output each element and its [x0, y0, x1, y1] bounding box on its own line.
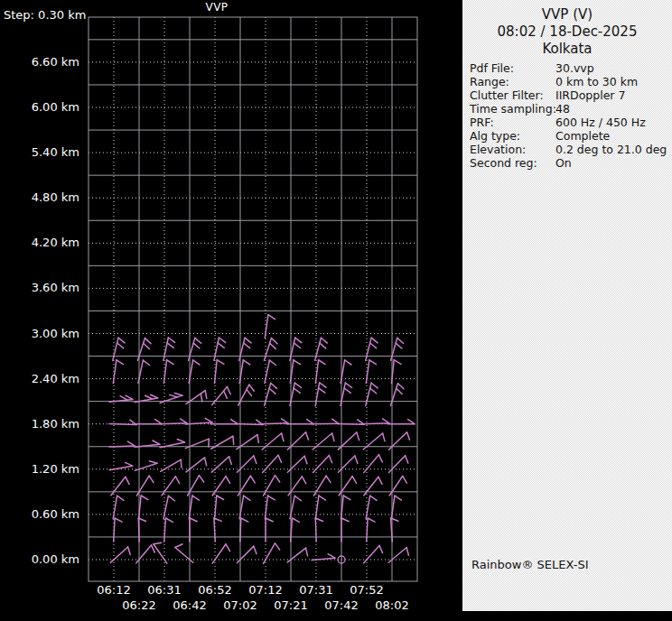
wind-barb-feather: [403, 476, 407, 483]
wind-barb-feather: [282, 433, 284, 441]
wind-barb-feather: [175, 477, 179, 484]
wind-barb-shaft: [109, 424, 136, 425]
x-axis-label: 07:42: [324, 598, 358, 612]
wind-barb-shaft: [388, 548, 406, 563]
wind-barb-feather: [144, 343, 150, 348]
wind-barb-feather: [306, 432, 309, 440]
wind-barb-feather: [128, 547, 131, 555]
wind-barb-feather: [319, 360, 326, 365]
wind-barb-feather: [205, 391, 207, 399]
parameter-value: 30.vvp: [555, 61, 594, 75]
info-panel: VVP (V) 08:02 / 18-Dec-2025 Kolkata Pdf …: [462, 0, 672, 611]
wind-barb-feather: [141, 496, 148, 500]
wind-barb-feather: [224, 391, 228, 398]
wind-barb-shaft: [111, 477, 126, 495]
wind-barb-shaft: [175, 548, 193, 563]
wind-barb-feather: [145, 338, 151, 344]
wind-barb-shaft: [312, 423, 339, 424]
wind-barb-shaft: [237, 456, 253, 472]
wind-barb-feather: [117, 360, 124, 365]
wind-barb-shaft: [212, 477, 226, 496]
parameter-row: Range:0 km to 30 km: [462, 75, 672, 88]
wind-barb-feather: [192, 496, 200, 500]
y-axis-label: 0.60 km: [0, 507, 79, 521]
plot-frame: [89, 17, 417, 581]
wind-barb-shaft: [264, 543, 275, 564]
parameter-value: 0.2 deg to 21.0 deg: [555, 143, 667, 156]
wind-barb-feather: [320, 383, 326, 387]
wind-barb-feather: [257, 435, 259, 443]
wind-barb-feather: [307, 420, 313, 424]
parameter-value: Complete: [555, 129, 610, 143]
wind-barb-feather: [378, 455, 382, 462]
wind-barb-feather: [217, 496, 224, 500]
wind-barb-feather: [195, 338, 201, 343]
wind-barb-feather: [407, 432, 410, 440]
wind-barb-feather: [167, 360, 174, 365]
wind-barb-shaft: [109, 446, 135, 447]
wind-barb-shaft: [237, 546, 253, 562]
y-axis-label: 4.80 km: [0, 190, 79, 204]
parameter-row: Time sampling:48: [462, 102, 672, 116]
parameter-row: Second reg:On: [462, 156, 672, 170]
wind-barb-feather: [271, 383, 277, 388]
wind-barb-feather: [396, 343, 402, 348]
wind-barb-feather: [227, 387, 230, 394]
wind-barb-feather: [294, 360, 301, 365]
x-axis-label: 07:52: [350, 583, 383, 597]
wind-barb-feather: [268, 315, 275, 320]
product-title: VVP (V): [462, 6, 672, 23]
wind-barb-feather: [205, 458, 207, 466]
wind-barb-feather: [118, 338, 125, 343]
wind-barb-shaft: [188, 476, 200, 496]
wind-barb-shaft: [263, 455, 278, 472]
wind-barb-shaft: [160, 423, 187, 424]
parameter-label: Clutter Filter:: [470, 88, 544, 102]
wind-barb-feather: [151, 394, 158, 398]
scan-parameters-list: Pdf File:30.vvpRange:0 km to 30 kmClutte…: [462, 61, 672, 170]
wind-barb-feather: [181, 459, 182, 468]
wind-barb-shaft: [163, 496, 168, 518]
wind-barb-feather: [352, 477, 357, 484]
y-axis-label: 4.20 km: [0, 236, 79, 249]
wind-barb-feather: [266, 518, 273, 522]
wind-barb-feather: [320, 343, 326, 348]
y-axis-label: 2.40 km: [0, 372, 79, 385]
wind-barb-feather: [168, 496, 174, 500]
wind-barb-shaft: [265, 383, 271, 405]
x-axis-label: 06:42: [173, 598, 206, 612]
wind-barb-feather: [177, 439, 184, 442]
wind-barb-feather: [229, 457, 232, 465]
wind-barb-feather: [218, 343, 224, 348]
wind-barb-feather: [205, 418, 212, 422]
wind-barb-feather: [345, 360, 351, 365]
wind-barb-feather: [170, 394, 178, 397]
wind-barb-shaft: [338, 432, 356, 450]
wind-barb-feather: [332, 433, 334, 441]
wind-barb-feather: [371, 383, 378, 388]
wind-barb-feather: [174, 394, 182, 396]
wind-barb-feather: [243, 360, 249, 365]
y-axis-label: 6.00 km: [0, 100, 79, 114]
wind-barb-feather: [154, 542, 162, 544]
parameter-row: Pdf File:30.vvp: [462, 61, 672, 75]
wind-barb-feather: [275, 476, 280, 482]
x-axis-label: 06:31: [147, 583, 181, 597]
wind-barb-feather: [294, 383, 301, 387]
wind-barb-feather: [190, 518, 197, 522]
x-axis-label: 07:12: [248, 583, 282, 597]
wind-barb-feather: [201, 394, 202, 402]
wind-barb-shaft: [338, 456, 354, 472]
wind-barb-shaft: [113, 338, 118, 360]
wind-barb-shaft: [287, 432, 305, 450]
wind-barb-shaft: [366, 338, 371, 360]
wind-barb-feather: [250, 476, 255, 483]
parameter-label: PRF:: [470, 116, 494, 129]
wind-barb-feather: [180, 419, 187, 423]
wind-barb-feather: [143, 360, 149, 365]
wind-barb-shaft: [264, 476, 275, 496]
parameter-row: Clutter Filter:IIRDoppler 7: [462, 88, 672, 102]
wind-barb-feather: [357, 432, 359, 440]
wind-barb-feather: [292, 518, 299, 522]
wind-barb-shaft: [110, 547, 127, 562]
